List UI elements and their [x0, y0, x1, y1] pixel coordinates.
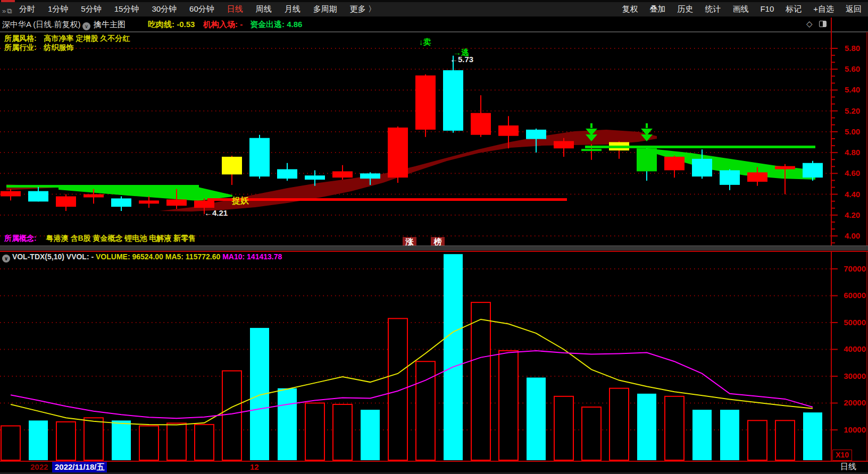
- volume-bar-down[interactable]: [803, 412, 822, 460]
- volume-bar-up[interactable]: [167, 423, 186, 460]
- price-axis-label: 4.40: [845, 190, 868, 199]
- price-axis-label: 5.20: [845, 106, 868, 115]
- candle-body[interactable]: [720, 170, 740, 184]
- candle-body[interactable]: [526, 130, 546, 139]
- volume-bar-up[interactable]: [333, 404, 352, 460]
- candle-body[interactable]: [194, 200, 214, 208]
- candle-body[interactable]: [84, 194, 104, 198]
- volume-bar-up[interactable]: [139, 426, 158, 460]
- volume-bar-down[interactable]: [527, 378, 546, 460]
- vol-indicator-name[interactable]: VOL-TDX(5,10) VVOL: -: [12, 252, 94, 261]
- concept-tags[interactable]: 粤港澳 含B股 黄金概念 锂电池 电解液 新零售: [46, 234, 196, 242]
- vol-value-magenta: MA10: 141413.78: [222, 252, 282, 261]
- timeline-selected-date[interactable]: 2022/11/18/五: [52, 462, 107, 473]
- price-axis-label: 4.00: [845, 231, 868, 240]
- candle-body[interactable]: [277, 169, 297, 179]
- price-axis-label: 5.00: [845, 127, 868, 136]
- candle-body[interactable]: [56, 196, 76, 207]
- vol-ma10-line: [11, 351, 813, 418]
- style-value: 高市净率 定增股 久不分红: [44, 34, 130, 43]
- volume-indicator-header: ∨ VOL-TDX(5,10) VVOL: - VOLUME: 96524.00…: [2, 252, 282, 263]
- collapse-indicator-icon[interactable]: ∨: [2, 255, 10, 263]
- vol-values-yellow: VOLUME: 96524.00 MA5: 115772.60: [96, 252, 220, 261]
- volume-bar-down[interactable]: [692, 410, 712, 460]
- price-axis-label: 5.80: [845, 44, 868, 53]
- low-price-annotation: ←4.21: [204, 208, 228, 217]
- candle-body[interactable]: [28, 191, 48, 202]
- volume-bar-down[interactable]: [278, 388, 297, 460]
- volume-bar-up[interactable]: [582, 407, 601, 460]
- candle-body[interactable]: [415, 75, 436, 130]
- bang-badge[interactable]: 榜: [431, 237, 445, 246]
- candle-body[interactable]: [803, 163, 823, 177]
- candle-body[interactable]: [554, 141, 574, 149]
- volume-bar-up[interactable]: [665, 396, 684, 460]
- candle-body[interactable]: [692, 159, 712, 176]
- candle-body[interactable]: [222, 157, 242, 174]
- sell-signal-annotation: ↓卖: [419, 37, 431, 47]
- concept-attribute-row: 所属概念: 粤港澳 含B股 黄金概念 锂电池 电解液 新零售: [4, 234, 196, 243]
- price-axis-label: 4.80: [845, 148, 868, 157]
- volume-bar-up[interactable]: [610, 388, 629, 460]
- candle-body[interactable]: [332, 171, 353, 177]
- volume-bar-up[interactable]: [775, 420, 795, 460]
- panel-separator-mid: [0, 246, 868, 251]
- sell-marker-stem: [590, 123, 592, 128]
- zhang-badge[interactable]: 涨: [403, 237, 416, 246]
- green-band-left: [59, 187, 232, 201]
- candle-body[interactable]: [360, 173, 380, 179]
- volume-axis-label: 20000: [839, 398, 866, 407]
- timeline-row[interactable]: 2022 2022/11/18/五 12: [0, 462, 868, 472]
- candle-body[interactable]: [166, 199, 187, 206]
- volume-bar-up[interactable]: [499, 351, 518, 460]
- volume-bar-down[interactable]: [112, 420, 131, 460]
- candle-body[interactable]: [443, 70, 463, 131]
- candle-body[interactable]: [664, 157, 685, 170]
- price-axis-label: 4.20: [845, 210, 868, 219]
- volume-bar-up[interactable]: [416, 361, 435, 460]
- volume-axis-label: 70000: [839, 264, 866, 273]
- volume-bar-up[interactable]: [388, 318, 407, 460]
- candle-body[interactable]: [637, 148, 657, 171]
- timeline-month-label: 12: [250, 462, 259, 471]
- green-flat-line: [585, 146, 815, 148]
- volume-bar-down[interactable]: [720, 410, 739, 460]
- volume-bar-down[interactable]: [361, 410, 380, 460]
- high-price-annotation: ←5.73: [450, 55, 473, 64]
- volume-multiplier-badge: X10: [832, 450, 852, 461]
- candle-body[interactable]: [747, 172, 767, 182]
- green-ma-line-left: [6, 185, 199, 188]
- candle-body[interactable]: [498, 125, 519, 136]
- volume-bar-up[interactable]: [748, 420, 767, 460]
- app-window: »⧉ 分时1分钟5分钟15分钟30分钟60分钟日线周线月线多周期更多 〉 复权叠…: [0, 0, 868, 474]
- candle-body[interactable]: [111, 198, 131, 207]
- current-period-label: 日线: [840, 462, 856, 472]
- candle-body[interactable]: [1, 191, 21, 197]
- candle-body[interactable]: [305, 175, 325, 180]
- volume-bar-down[interactable]: [637, 394, 656, 460]
- volume-bar-up[interactable]: [56, 422, 76, 460]
- volume-bar-up[interactable]: [305, 403, 324, 460]
- volume-bar-down[interactable]: [444, 254, 463, 460]
- zhuoyao-support-line: [207, 198, 567, 201]
- volume-bar-up[interactable]: [222, 371, 241, 460]
- candle-body[interactable]: [775, 166, 795, 170]
- industry-label: 所属行业:: [4, 43, 37, 52]
- price-axis-label: 4.60: [845, 168, 868, 177]
- volume-axis-label: 40000: [839, 344, 866, 353]
- concept-label: 所属概念:: [4, 234, 37, 242]
- vol-ma5-line: [11, 319, 813, 425]
- candle-body[interactable]: [139, 200, 159, 204]
- volume-bar-up[interactable]: [1, 426, 20, 460]
- volume-bar-up[interactable]: [195, 425, 214, 460]
- candle-body[interactable]: [581, 149, 602, 151]
- candle-body[interactable]: [249, 138, 270, 177]
- volume-bar-up[interactable]: [84, 418, 103, 460]
- volume-bar-up[interactable]: [554, 396, 573, 460]
- candle-body[interactable]: [388, 128, 408, 177]
- volume-axis-label: 60000: [839, 291, 866, 300]
- price-axis-label: 5.40: [845, 85, 868, 94]
- volume-bar-down[interactable]: [29, 420, 48, 460]
- volume-bar-up[interactable]: [471, 302, 490, 460]
- candle-body[interactable]: [471, 113, 491, 135]
